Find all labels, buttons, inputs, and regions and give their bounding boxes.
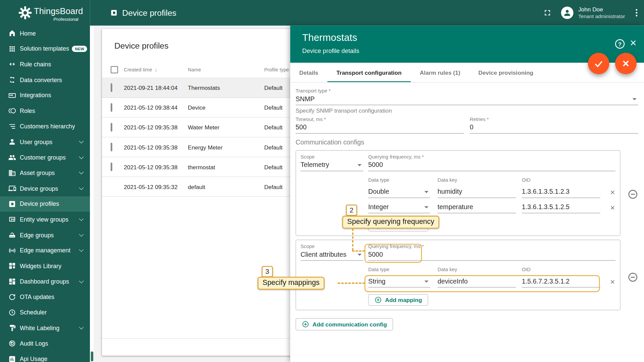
cell-name: Energy Meter: [188, 144, 264, 150]
chevron-down-icon: [79, 154, 84, 159]
add-mapping-button[interactable]: Add mapping: [368, 294, 428, 306]
sidebar-item-device-profiles[interactable]: Device profiles: [0, 196, 90, 212]
scope-select[interactable]: Scope Telemetry: [301, 154, 363, 171]
mapping-header-data-key: Data key: [438, 177, 522, 183]
sidebar-item-solution-templates[interactable]: Solution templates NEW: [0, 41, 90, 57]
column-header-created-time[interactable]: Created time ↓: [124, 66, 188, 72]
sidebar-item-dashboard-groups[interactable]: Dashboard groups: [0, 274, 90, 289]
tab-device-provisioning[interactable]: Device provisioning: [469, 63, 542, 82]
retries-field[interactable]: Retries * 0: [470, 116, 638, 134]
row-checkbox[interactable]: [111, 83, 112, 92]
roles-icon: [8, 107, 16, 115]
sidebar-item-rule-chains[interactable]: Rule chains: [0, 57, 90, 72]
tab-alarm-rules[interactable]: Alarm rules (1): [411, 63, 469, 82]
add-communication-config-button[interactable]: Add communication config: [296, 318, 393, 330]
sidebar-item-label: User groups: [20, 138, 52, 145]
sidebar-item-edge-management[interactable]: Edge management: [0, 243, 90, 258]
mapping-header-data-type: Data type: [368, 177, 438, 183]
row-checkbox[interactable]: [111, 142, 112, 151]
row-checkbox[interactable]: [111, 162, 112, 171]
timeout-field[interactable]: Timeout, ms * 500: [296, 116, 464, 134]
column-header-label: Created time: [124, 67, 152, 72]
sidebar-item-roles[interactable]: Roles: [0, 103, 90, 119]
tab-transport-configuration[interactable]: Transport configuration: [327, 63, 411, 82]
remove-config-icon[interactable]: [628, 189, 638, 236]
device-profile-details-panel: Thermostats Device profile details ? × D…: [290, 25, 644, 362]
chevron-down-icon: [358, 254, 362, 256]
row-checkbox[interactable]: [111, 123, 112, 131]
querying-frequency-input[interactable]: 5000: [368, 160, 615, 171]
data-type-value: Double: [368, 188, 389, 195]
discard-changes-button[interactable]: [615, 53, 637, 74]
data-type-select[interactable]: Integer: [368, 202, 430, 213]
transport-type-field[interactable]: Transport type * SNMP: [296, 88, 638, 105]
sidebar-item-integrations[interactable]: Integrations: [0, 87, 90, 103]
topbar: Device profiles John Doe Tenant administ…: [90, 0, 644, 25]
cell-name: Water Meter: [188, 124, 264, 131]
sidebar-item-user-groups[interactable]: User groups: [0, 134, 90, 149]
device-profiles-icon: [110, 9, 118, 16]
data-key-input[interactable]: humidity: [438, 186, 516, 198]
user-groups-icon: [8, 138, 16, 146]
add-mapping-button[interactable]: Add mapping: [368, 220, 428, 231]
scope-select[interactable]: Scope Client attributes: [301, 243, 363, 261]
avatar[interactable]: [561, 7, 573, 19]
sidebar-item-ota-updates[interactable]: OTA updates: [0, 289, 90, 305]
apply-changes-button[interactable]: [588, 53, 609, 74]
field-label: Scope: [301, 243, 363, 249]
sidebar-item-device-groups[interactable]: Device groups: [0, 181, 90, 196]
querying-frequency-field[interactable]: Querying frequency, ms * 5000: [368, 154, 615, 171]
sidebar-item-audit-logs[interactable]: Audit Logs: [0, 336, 90, 351]
sidebar-item-white-labeling[interactable]: White Labeling: [0, 320, 90, 336]
remove-mapping-icon[interactable]: ×: [610, 277, 615, 287]
sidebar-item-data-converters[interactable]: Data converters: [0, 72, 90, 87]
field-label: Querying frequency, ms *: [368, 154, 615, 160]
tab-details[interactable]: Details: [290, 63, 327, 82]
sidebar-item-scheduler[interactable]: Scheduler: [0, 305, 90, 320]
sidebar-item-customer-groups[interactable]: Customer groups: [0, 149, 90, 165]
sidebar-item-label: Edge groups: [20, 232, 54, 238]
retries-input[interactable]: 0: [470, 122, 638, 133]
transport-type-select[interactable]: SNMP: [296, 94, 638, 105]
column-header-name[interactable]: Name: [188, 67, 264, 72]
data-key-input[interactable]: deviceInfo: [438, 276, 516, 287]
timeout-input[interactable]: 500: [296, 122, 464, 133]
timeout-value: 500: [296, 124, 307, 131]
select-all-checkbox[interactable]: [111, 66, 118, 73]
add-mapping-label: Add mapping: [385, 297, 422, 303]
oid-input[interactable]: 1.5.6.7.2.3.5.1.2: [522, 276, 600, 287]
mapping-table-header: Data type Data key OID: [368, 177, 615, 183]
sidebar-scrollbar-thumb[interactable]: [91, 352, 93, 362]
oid-input[interactable]: 1.3.6.1.3.5.1.2.5: [522, 202, 600, 213]
sidebar-item-entity-view-groups[interactable]: Entity view groups: [0, 212, 90, 227]
data-key-input[interactable]: temperature: [438, 202, 516, 213]
chevron-down-icon: [424, 191, 428, 193]
cell-created-time: 2021-05-12 09:35:38: [124, 144, 188, 150]
data-type-select[interactable]: String: [368, 276, 430, 287]
panel-subtitle: Device profile details: [302, 47, 359, 54]
close-icon[interactable]: ×: [628, 37, 639, 49]
sidebar-item-edge-groups[interactable]: Edge groups: [0, 227, 90, 243]
home-icon: [8, 29, 16, 37]
mapping-header-oid: OID: [522, 177, 600, 183]
row-checkbox[interactable]: [111, 103, 112, 112]
sidebar-item-home[interactable]: Home: [0, 25, 90, 41]
help-icon[interactable]: ?: [615, 39, 625, 49]
sidebar-item-customers-hierarchy[interactable]: Customers hierarchy: [0, 119, 90, 134]
remove-mapping-icon[interactable]: ×: [610, 188, 615, 197]
sidebar-scrollbar[interactable]: [90, 25, 94, 362]
cell-created-time: 2021-09-21 18:44:04: [124, 84, 188, 91]
data-type-select[interactable]: Double: [368, 186, 430, 198]
querying-frequency-field[interactable]: Querying frequency, ms * 5000: [368, 243, 615, 261]
querying-frequency-input[interactable]: 5000: [368, 249, 615, 260]
sidebar-item-widgets-library[interactable]: Widgets Library: [0, 258, 90, 274]
remove-mapping-icon[interactable]: ×: [610, 203, 615, 213]
oid-input[interactable]: 1.3.6.1.3.5.1.2.3: [522, 186, 600, 198]
remove-config-icon[interactable]: [628, 272, 638, 310]
sidebar-item-asset-groups[interactable]: Asset groups: [0, 165, 90, 181]
cell-created-time: 2021-05-12 09:35:32: [124, 183, 188, 190]
fullscreen-icon[interactable]: [543, 8, 552, 17]
sidebar-item-api-usage[interactable]: Api Usage: [0, 351, 90, 362]
mapping-header-oid: OID: [522, 266, 600, 272]
kebab-menu-icon[interactable]: [634, 7, 639, 18]
